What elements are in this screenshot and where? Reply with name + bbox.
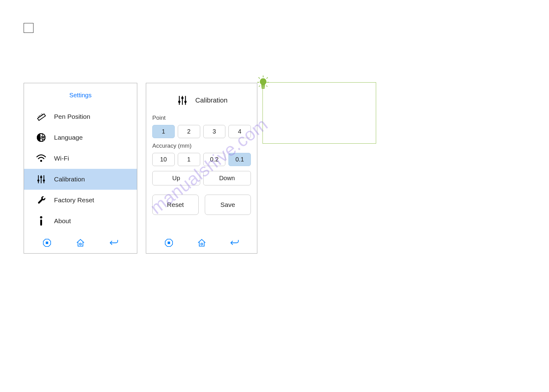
accuracy-button-1[interactable]: 1 [178, 153, 200, 166]
menu-label: Wi-Fi [54, 155, 69, 162]
svg-rect-38 [261, 86, 265, 87]
up-button[interactable]: Up [152, 171, 200, 185]
point-row: 1 2 3 4 [146, 122, 257, 141]
svg-line-3 [41, 115, 41, 116]
menu-label: Factory Reset [54, 196, 94, 204]
svg-point-17 [40, 216, 42, 219]
menu-label: About [54, 217, 71, 225]
point-button-2[interactable]: 2 [178, 125, 200, 138]
accuracy-button-01[interactable]: 0.1 [228, 153, 251, 166]
info-icon [36, 215, 47, 227]
svg-point-15 [40, 176, 42, 178]
svg-line-1 [38, 117, 39, 118]
menu-item-pen-position[interactable]: Pen Position [24, 106, 137, 127]
svg-rect-39 [262, 88, 265, 89]
point-button-3[interactable]: 3 [203, 125, 226, 138]
back-icon[interactable] [109, 238, 119, 248]
point-button-4[interactable]: 4 [228, 125, 251, 138]
wrench-icon [36, 195, 47, 206]
menu-item-calibration[interactable]: Calibration [24, 169, 137, 190]
stop-icon[interactable] [164, 238, 174, 248]
menu-item-language[interactable]: Language [24, 127, 137, 148]
svg-rect-29 [168, 242, 170, 244]
menu-label: Language [54, 134, 83, 141]
svg-line-2 [39, 115, 40, 117]
svg-line-4 [42, 114, 43, 115]
home-icon[interactable] [76, 238, 85, 248]
svg-point-21 [80, 243, 81, 245]
accuracy-row: 10 1 0.2 0.1 [146, 150, 257, 169]
down-button[interactable]: Down [203, 171, 251, 185]
menu-label: Pen Position [54, 113, 90, 120]
wifi-icon [36, 153, 47, 164]
menu-label: Calibration [54, 176, 85, 183]
reset-button[interactable]: Reset [152, 195, 199, 215]
svg-line-33 [267, 77, 268, 79]
settings-panel: Settings Pen Position [24, 83, 137, 254]
accuracy-button-10[interactable]: 10 [152, 153, 175, 166]
bottom-nav [24, 232, 137, 253]
settings-menu: Pen Position Language [24, 106, 137, 232]
calibration-title: Calibration [195, 96, 228, 104]
svg-rect-18 [40, 219, 42, 226]
menu-item-factory-reset[interactable]: Factory Reset [24, 190, 137, 211]
tip-box [263, 82, 376, 144]
point-label: Point [146, 113, 257, 122]
sliders-icon [176, 94, 189, 107]
calibration-panel: Calibration Point 1 2 3 4 Accuracy (mm) … [146, 83, 257, 254]
svg-line-36 [259, 86, 260, 87]
ruler-icon [36, 111, 47, 122]
lightbulb-icon [257, 76, 270, 90]
svg-point-10 [40, 160, 42, 162]
sliders-icon [36, 174, 47, 185]
calibration-header: Calibration [146, 83, 257, 113]
svg-rect-20 [46, 242, 48, 244]
menu-item-about[interactable]: About [24, 211, 137, 231]
updown-row: Up Down [146, 169, 257, 188]
checkbox[interactable] [24, 23, 33, 33]
save-button[interactable]: Save [205, 195, 251, 215]
accuracy-label: Accuracy (mm) [146, 141, 257, 150]
bottom-nav [146, 232, 257, 253]
svg-point-14 [37, 180, 40, 182]
menu-item-wifi[interactable]: Wi-Fi [24, 148, 137, 169]
action-row: Reset Save [146, 188, 257, 218]
settings-title: Settings [24, 83, 137, 106]
stop-icon[interactable] [42, 238, 52, 248]
svg-point-27 [184, 101, 186, 103]
svg-line-37 [266, 86, 267, 87]
svg-point-25 [178, 101, 180, 103]
point-button-1[interactable]: 1 [152, 125, 175, 138]
svg-line-32 [259, 77, 260, 79]
back-icon[interactable] [230, 238, 239, 248]
globe-icon [36, 132, 47, 143]
accuracy-button-02[interactable]: 0.2 [203, 153, 226, 166]
svg-point-30 [201, 243, 203, 245]
svg-point-16 [43, 180, 45, 182]
svg-point-26 [181, 97, 183, 99]
home-icon[interactable] [197, 238, 207, 248]
